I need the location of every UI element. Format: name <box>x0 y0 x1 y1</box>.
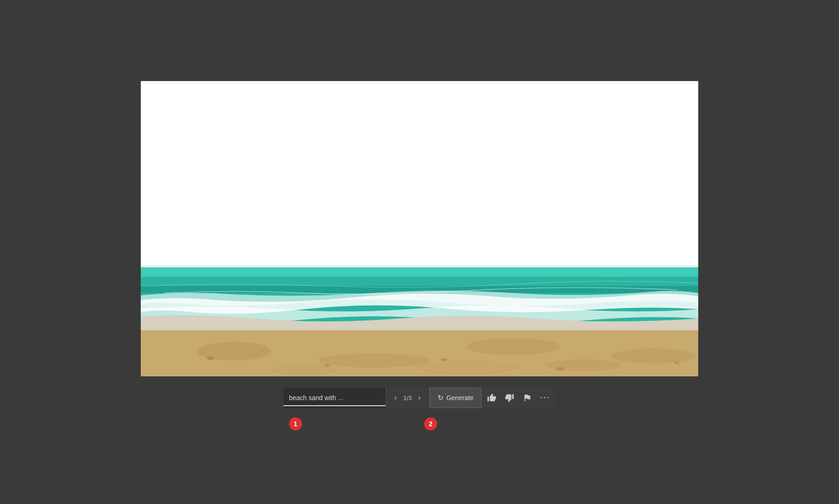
beach-image <box>141 81 698 376</box>
svg-point-16 <box>440 358 447 361</box>
badges-row: 1 2 <box>283 410 556 423</box>
generate-button[interactable]: ↻ Generate <box>430 388 481 408</box>
toolbar: beach sand with ... ‹ 1/3 › ↻ Generate <box>283 388 556 408</box>
action-section: ··· <box>481 388 556 408</box>
next-button[interactable]: › <box>415 392 423 404</box>
prompt-text: beach sand with ... <box>289 394 344 402</box>
prompt-section[interactable]: beach sand with ... <box>283 388 386 408</box>
thumbs-up-button[interactable] <box>483 390 500 405</box>
svg-rect-0 <box>141 81 698 267</box>
toolbar-wrapper: beach sand with ... ‹ 1/3 › ↻ Generate <box>283 388 556 423</box>
svg-point-14 <box>207 356 214 360</box>
svg-point-10 <box>612 348 695 363</box>
svg-rect-4 <box>141 277 698 286</box>
prompt-underline <box>283 405 385 406</box>
more-button[interactable]: ··· <box>536 390 554 406</box>
svg-point-15 <box>324 364 330 367</box>
flag-icon <box>523 393 532 402</box>
thumbs-down-icon <box>505 393 514 402</box>
flag-button[interactable] <box>519 390 536 405</box>
generate-icon: ↻ <box>438 394 444 402</box>
svg-point-12 <box>416 361 518 374</box>
thumbs-up-icon <box>487 393 496 402</box>
svg-point-9 <box>467 338 560 355</box>
image-frame <box>141 81 698 376</box>
svg-point-8 <box>318 354 430 368</box>
thumbs-down-button[interactable] <box>501 390 518 405</box>
badge-1: 1 <box>289 417 302 430</box>
main-container: beach sand with ... ‹ 1/3 › ↻ Generate <box>0 81 839 423</box>
generate-label: Generate <box>447 394 474 402</box>
more-dots: ··· <box>540 393 550 403</box>
prev-button[interactable]: ‹ <box>392 392 399 404</box>
svg-point-17 <box>556 367 564 371</box>
nav-section: ‹ 1/3 › <box>386 388 430 408</box>
page-count: 1/3 <box>401 395 413 402</box>
badge-2: 2 <box>424 417 437 430</box>
svg-point-18 <box>674 361 680 364</box>
